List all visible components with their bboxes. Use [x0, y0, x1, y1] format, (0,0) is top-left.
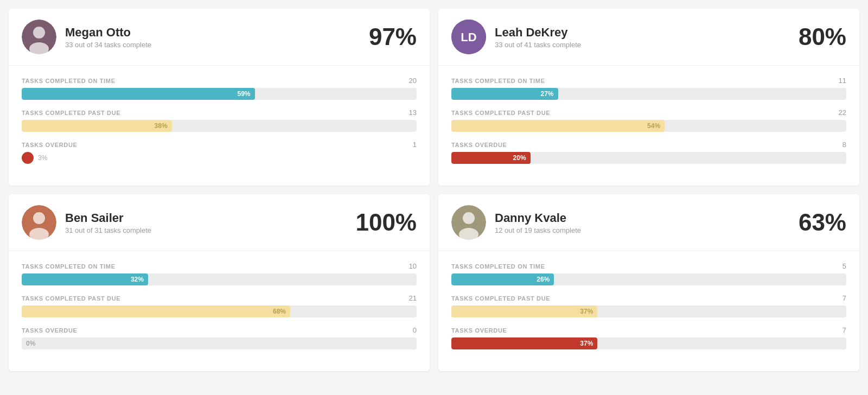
stat-label: TASKS OVERDUE [22, 142, 78, 148]
bar-track: 68% [22, 305, 417, 317]
card-leah: LD Leah DeKrey33 out of 41 tasks complet… [438, 9, 859, 186]
stat-section-2: TASKS OVERDUE820% [451, 141, 846, 164]
card-header-left: Megan Otto33 out of 34 tasks complete [22, 20, 151, 54]
overdue-row: 3% [22, 152, 417, 164]
bar-track: 38% [22, 120, 417, 132]
card-danny: Danny Kvale12 out of 19 tasks complete63… [438, 194, 859, 371]
bar-track: 37% [451, 337, 846, 349]
bar-fill: 0% [22, 337, 30, 349]
stat-section-0: TASKS COMPLETED ON TIME526% [451, 262, 846, 285]
bar-fill: 26% [451, 273, 554, 285]
user-info: Leah DeKrey33 out of 41 tasks complete [495, 26, 581, 49]
svg-point-6 [33, 212, 45, 224]
stat-label: TASKS COMPLETED PAST DUE [451, 295, 550, 302]
bar-fill: 27% [451, 88, 558, 100]
stat-label: TASKS COMPLETED PAST DUE [451, 110, 550, 116]
user-name: Megan Otto [65, 26, 151, 40]
bar-track: 20% [451, 152, 846, 164]
overdue-label: 3% [38, 154, 47, 162]
user-subtitle: 12 out of 19 tasks complete [495, 226, 581, 234]
stat-count: 10 [409, 262, 417, 270]
stat-section-1: TASKS COMPLETED PAST DUE1338% [22, 109, 417, 132]
card-header-left: Danny Kvale12 out of 19 tasks complete [451, 205, 581, 240]
stat-label-row: TASKS COMPLETED ON TIME11 [451, 77, 846, 85]
stat-label: TASKS COMPLETED PAST DUE [22, 110, 120, 116]
bar-track: 32% [22, 273, 417, 285]
stat-label: TASKS OVERDUE [451, 327, 507, 334]
stat-label-row: TASKS OVERDUE1 [22, 141, 417, 149]
bar-fill: 38% [22, 120, 172, 132]
stat-label-row: TASKS COMPLETED PAST DUE21 [22, 294, 417, 302]
percentage-value: 100% [355, 211, 417, 234]
user-name: Ben Sailer [65, 211, 151, 225]
bar-fill: 37% [451, 337, 597, 349]
bar-fill: 59% [22, 88, 255, 100]
user-info: Danny Kvale12 out of 19 tasks complete [495, 211, 581, 234]
percentage-value: 97% [369, 25, 417, 49]
bar-track: 26% [451, 273, 846, 285]
bar-track: 59% [22, 88, 417, 100]
card-header-left: Ben Sailer31 out of 31 tasks complete [22, 205, 151, 240]
stat-label: TASKS COMPLETED ON TIME [451, 78, 545, 84]
stat-label-row: TASKS OVERDUE8 [451, 141, 846, 149]
stat-label-row: TASKS COMPLETED ON TIME10 [22, 262, 417, 270]
card-header-left: LD Leah DeKrey33 out of 41 tasks complet… [451, 20, 581, 54]
stat-count: 7 [843, 326, 846, 334]
stat-count: 8 [843, 141, 846, 149]
user-name: Leah DeKrey [495, 26, 581, 40]
user-subtitle: 33 out of 34 tasks complete [65, 41, 151, 49]
card-header: LD Leah DeKrey33 out of 41 tasks complet… [451, 20, 846, 54]
stat-count: 0 [413, 326, 417, 334]
stat-section-1: TASKS COMPLETED PAST DUE737% [451, 294, 846, 317]
stat-count: 22 [839, 109, 846, 117]
svg-point-9 [463, 212, 475, 224]
stat-count: 21 [409, 294, 417, 302]
stat-label-row: TASKS COMPLETED PAST DUE22 [451, 109, 846, 117]
bar-track: 54% [451, 120, 846, 132]
avatar [22, 205, 56, 240]
percentage-value: 63% [799, 211, 846, 234]
bar-fill: 20% [451, 152, 531, 164]
stat-label-row: TASKS OVERDUE7 [451, 326, 846, 334]
bar-track: 37% [451, 305, 846, 317]
stat-label-row: TASKS COMPLETED PAST DUE13 [22, 109, 417, 117]
card-header: Ben Sailer31 out of 31 tasks complete100… [22, 205, 417, 240]
bar-track: 0% [22, 337, 417, 349]
stat-label: TASKS OVERDUE [451, 142, 507, 148]
card-ben: Ben Sailer31 out of 31 tasks complete100… [9, 194, 430, 371]
stat-label: TASKS COMPLETED ON TIME [22, 78, 116, 84]
bar-fill: 37% [451, 305, 597, 317]
svg-point-1 [33, 27, 45, 39]
stat-label-row: TASKS COMPLETED PAST DUE7 [451, 294, 846, 302]
stat-label-row: TASKS OVERDUE0 [22, 326, 417, 334]
stat-section-0: TASKS COMPLETED ON TIME1127% [451, 77, 846, 100]
stat-section-0: TASKS COMPLETED ON TIME2059% [22, 77, 417, 100]
bar-track: 27% [451, 88, 846, 100]
avatar [22, 20, 56, 54]
stat-count: 11 [839, 77, 846, 85]
stat-section-2: TASKS OVERDUE00% [22, 326, 417, 349]
stat-label: TASKS COMPLETED PAST DUE [22, 295, 120, 302]
stat-section-0: TASKS COMPLETED ON TIME1032% [22, 262, 417, 285]
bar-fill: 32% [22, 273, 148, 285]
card-header: Megan Otto33 out of 34 tasks complete97% [22, 20, 417, 54]
svg-text:LD: LD [461, 30, 476, 44]
stat-section-2: TASKS OVERDUE13% [22, 141, 417, 164]
dashboard-grid: Megan Otto33 out of 34 tasks complete97%… [9, 9, 859, 371]
avatar [451, 205, 486, 240]
stat-count: 1 [413, 141, 417, 149]
bar-fill: 68% [22, 305, 290, 317]
stat-label-row: TASKS COMPLETED ON TIME20 [22, 77, 417, 85]
user-subtitle: 33 out of 41 tasks complete [495, 41, 581, 49]
stat-section-1: TASKS COMPLETED PAST DUE2168% [22, 294, 417, 317]
card-megan: Megan Otto33 out of 34 tasks complete97%… [9, 9, 430, 186]
stat-section-2: TASKS OVERDUE737% [451, 326, 846, 349]
user-info: Ben Sailer31 out of 31 tasks complete [65, 211, 151, 234]
percentage-value: 80% [799, 25, 846, 49]
user-name: Danny Kvale [495, 211, 581, 225]
overdue-row: 0% [22, 337, 417, 349]
stat-label-row: TASKS COMPLETED ON TIME5 [451, 262, 846, 270]
stat-count: 7 [843, 294, 846, 302]
user-subtitle: 31 out of 31 tasks complete [65, 226, 151, 234]
stat-label: TASKS OVERDUE [22, 327, 78, 334]
